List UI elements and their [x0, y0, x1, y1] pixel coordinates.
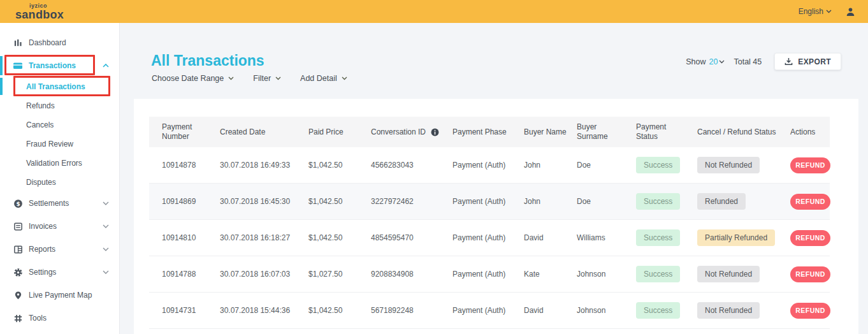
table-row: 10914869 30.07.2018 16:45:30 $1,042.50 3…: [149, 184, 830, 220]
chevron-down-icon: [275, 76, 281, 80]
sidebar-item-tools[interactable]: Tools: [0, 307, 119, 330]
cell-buyer-surname: Williams: [577, 233, 636, 242]
col-conversation-id: Conversation ID: [371, 127, 452, 137]
cell-paid-price: $1,042.50: [308, 161, 371, 170]
active-accent-bar-transactions: [0, 56, 3, 75]
annotation-highlight-all-transactions: [13, 76, 110, 96]
cell-payment-status: Success: [636, 302, 697, 319]
sidebar-item-cancels[interactable]: Cancels: [0, 115, 119, 134]
sidebar-item-live-payment-map[interactable]: Live Payment Map: [0, 284, 119, 307]
language-label: English: [799, 7, 823, 16]
col-paid-price: Paid Price: [308, 127, 371, 137]
col-buyer-name: Buyer Name: [524, 127, 577, 137]
user-icon[interactable]: [846, 7, 855, 17]
page-title: All Transactions: [151, 52, 264, 69]
refund-status-badge: Partially Refunded: [697, 229, 775, 246]
chevron-up-icon: [103, 64, 109, 68]
transactions-table: Payment Number Created Date Paid Price C…: [149, 117, 830, 329]
sidebar-item-disputes[interactable]: Disputes: [0, 173, 119, 192]
sidebar-item-label: Cancels: [26, 120, 54, 129]
brand-logo[interactable]: iyzico sandbox: [15, 3, 64, 20]
chevron-down-icon: [228, 76, 234, 80]
language-selector[interactable]: English: [799, 7, 832, 16]
cell-refund-status: Refunded: [697, 193, 790, 210]
refund-button[interactable]: REFUND: [790, 266, 830, 282]
sidebar-item-reports[interactable]: Reports: [0, 238, 119, 261]
cell-refund-status: Partially Refunded: [697, 229, 790, 246]
chevron-down-icon: [342, 76, 347, 80]
sidebar-item-fraud-review[interactable]: Fraud Review: [0, 134, 119, 154]
sidebar-item-label: Validation Errors: [26, 159, 82, 168]
top-bar: iyzico sandbox English: [0, 0, 868, 23]
map-pin-icon: [13, 290, 23, 300]
page-size-selector[interactable]: 20: [709, 57, 725, 66]
refund-status-badge: Not Refunded: [697, 266, 760, 282]
filter-bar: Choose Date Range Filter Add Detail: [152, 74, 347, 83]
cell-created-date: 30.07.2018 16:18:27: [220, 233, 308, 242]
sidebar-item-label: Settlements: [29, 199, 69, 208]
filter-dropdown[interactable]: Filter: [253, 74, 281, 83]
cell-buyer-name: David: [524, 306, 577, 315]
total-count: Total 45: [734, 57, 762, 66]
cell-buyer-name: John: [524, 197, 577, 206]
cell-actions: REFUND: [790, 266, 839, 282]
cell-payment-phase: Payment (Auth): [452, 161, 524, 170]
cell-payment-phase: Payment (Auth): [452, 306, 524, 315]
cell-conversation-id: 4566283043: [371, 161, 452, 170]
col-payment-status: Payment Status: [636, 122, 697, 142]
cell-payment-phase: Payment (Auth): [452, 197, 524, 206]
refund-button[interactable]: REFUND: [790, 230, 830, 246]
cell-actions: REFUND: [790, 303, 839, 319]
sidebar-item-label: Live Payment Map: [29, 291, 92, 300]
cell-payment-phase: Payment (Auth): [452, 270, 524, 279]
sidebar-item-settlements[interactable]: $Settlements: [0, 192, 119, 215]
coin-icon: $: [13, 198, 23, 208]
sidebar-item-validation-errors[interactable]: Validation Errors: [0, 154, 119, 173]
cell-paid-price: $1,042.50: [308, 233, 371, 242]
refund-button[interactable]: REFUND: [790, 303, 830, 319]
transactions-card: Payment Number Created Date Paid Price C…: [134, 99, 858, 334]
active-accent-bar-all-transactions: [0, 78, 3, 95]
cell-payment-status: Success: [636, 193, 697, 210]
col-buyer-surname: Buyer Surname: [577, 122, 636, 142]
chevron-down-icon: [826, 10, 832, 13]
cell-buyer-name: David: [524, 233, 577, 242]
chevron-down-icon: [103, 224, 109, 229]
cell-payment-status: Success: [636, 266, 697, 282]
refund-button[interactable]: REFUND: [790, 194, 830, 210]
cell-actions: REFUND: [790, 194, 839, 210]
cell-actions: REFUND: [790, 157, 839, 173]
cell-buyer-surname: Johnson: [577, 270, 636, 279]
table-row: 10914788 30.07.2018 16:07:03 $1,027.50 9…: [149, 256, 830, 293]
gear-icon: [13, 267, 23, 277]
choose-date-range-label: Choose Date Range: [152, 74, 224, 83]
payment-status-badge: Success: [636, 229, 680, 246]
col-payment-number: Payment Number: [162, 122, 220, 142]
choose-date-range-dropdown[interactable]: Choose Date Range: [152, 74, 234, 83]
export-button[interactable]: EXPORT: [774, 53, 841, 70]
refund-button[interactable]: REFUND: [790, 157, 830, 173]
info-icon[interactable]: [431, 128, 439, 136]
sidebar-item-settings[interactable]: Settings: [0, 261, 119, 284]
table-body: 10914878 30.07.2018 16:49:33 $1,042.50 4…: [149, 147, 830, 329]
report-icon: [13, 244, 23, 254]
sidebar-item-label: Refunds: [26, 101, 55, 110]
cell-buyer-surname: Doe: [577, 197, 636, 206]
cell-conversation-id: 4854595470: [371, 233, 452, 242]
bar-chart-icon: [13, 38, 23, 48]
cell-created-date: 30.07.2018 15:44:36: [220, 306, 308, 315]
show-label: Show: [686, 57, 705, 66]
cell-refund-status: Not Refunded: [697, 302, 790, 319]
tools-icon: [13, 313, 23, 323]
col-created-date: Created Date: [220, 127, 308, 137]
cell-payment-number: 10914731: [162, 306, 220, 315]
col-refund-status: Cancel / Refund Status: [697, 127, 790, 137]
sidebar-item-refunds[interactable]: Refunds: [0, 96, 119, 115]
sidebar-item-invoices[interactable]: Invoices: [0, 215, 119, 238]
add-detail-dropdown[interactable]: Add Detail: [300, 74, 347, 83]
sidebar-item-dashboard[interactable]: Dashboard: [0, 31, 119, 54]
export-label: EXPORT: [798, 57, 831, 66]
table-header-row: Payment Number Created Date Paid Price C…: [149, 117, 830, 147]
sidebar-item-label: Fraud Review: [26, 140, 73, 149]
download-icon: [785, 57, 793, 66]
